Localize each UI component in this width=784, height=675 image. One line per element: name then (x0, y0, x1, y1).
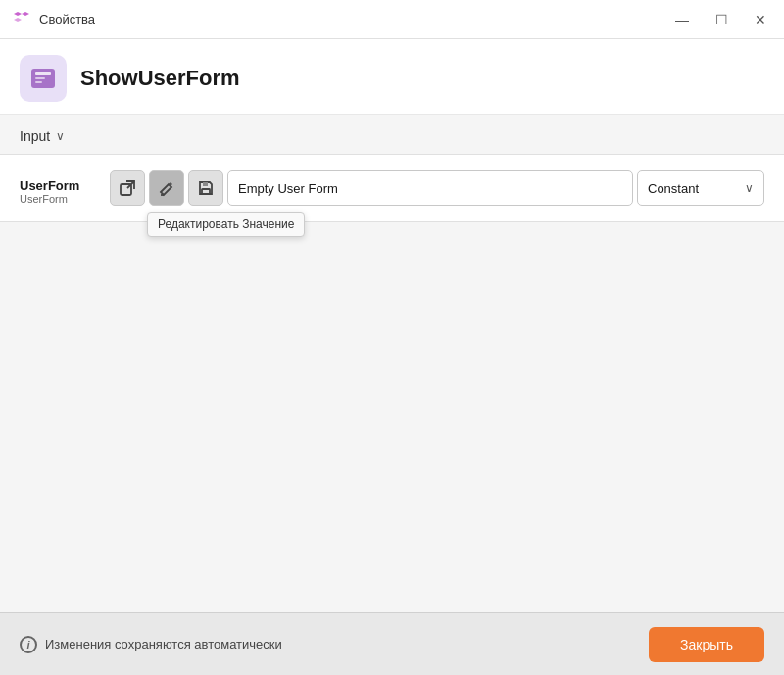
title-bar-controls: — ☐ ✕ (670, 8, 772, 31)
app-title: ShowUserForm (80, 66, 240, 91)
title-bar-left: Свойства (12, 10, 95, 29)
property-name: UserForm (20, 178, 98, 193)
close-window-button[interactable]: ✕ (749, 8, 772, 31)
type-select-chevron-icon: ∨ (745, 181, 754, 195)
app-logo-icon (12, 10, 31, 29)
open-button[interactable] (110, 170, 145, 206)
save-icon (197, 179, 215, 197)
section-label: Input (20, 128, 50, 144)
edit-icon (158, 179, 175, 197)
title-bar-text: Свойства (39, 12, 95, 26)
section-chevron-icon[interactable]: ∨ (56, 129, 65, 143)
tooltip: Редактировать Значение (147, 212, 305, 237)
type-select-text: Constant (648, 181, 699, 196)
svg-rect-7 (203, 182, 208, 186)
show-user-form-icon (28, 64, 58, 93)
app-icon-box (20, 55, 67, 102)
save-button[interactable] (188, 170, 223, 206)
svg-rect-8 (202, 189, 210, 194)
info-icon: i (20, 636, 37, 653)
svg-rect-1 (35, 72, 51, 75)
section-header: Input ∨ (0, 115, 784, 154)
maximize-button[interactable]: ☐ (710, 8, 733, 31)
title-bar: Свойства — ☐ ✕ (0, 0, 784, 39)
tooltip-text: Редактировать Значение (158, 217, 294, 231)
value-input[interactable] (227, 170, 633, 206)
svg-rect-3 (35, 81, 42, 83)
property-controls: Constant ∨ Редактировать Значение (110, 170, 764, 206)
app-header: ShowUserForm (0, 39, 784, 115)
main-content: Input ∨ UserForm UserForm (0, 115, 784, 612)
property-row: UserForm UserForm (20, 170, 764, 206)
svg-rect-2 (35, 77, 45, 79)
footer-info: i Изменения сохраняются автоматически (20, 636, 282, 653)
type-select[interactable]: Constant ∨ (637, 170, 764, 206)
property-label: UserForm UserForm (20, 170, 98, 205)
properties-area: UserForm UserForm (0, 154, 784, 222)
footer: i Изменения сохраняются автоматически За… (0, 612, 784, 675)
external-link-icon (119, 179, 136, 197)
footer-info-text: Изменения сохраняются автоматически (45, 637, 282, 651)
property-type: UserForm (20, 193, 98, 205)
close-button[interactable]: Закрыть (649, 627, 764, 662)
minimize-button[interactable]: — (670, 8, 694, 31)
edit-button[interactable] (149, 170, 184, 206)
